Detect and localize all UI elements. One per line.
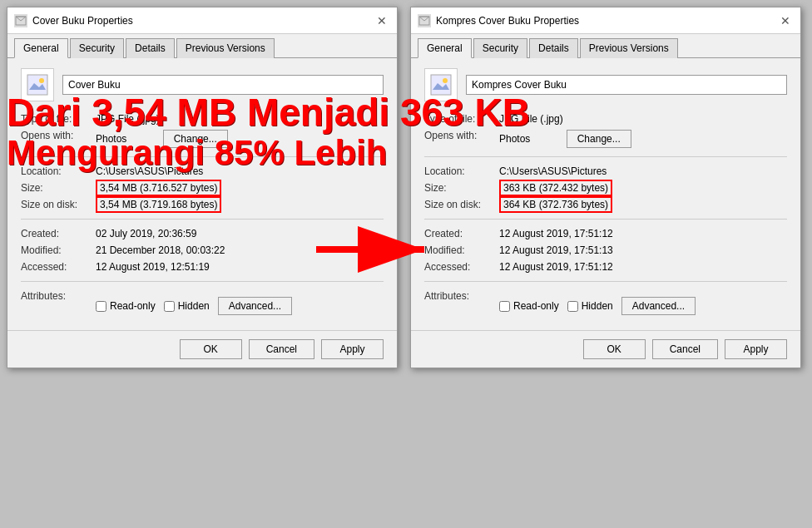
left-size-on-disk-label: Size on disk: <box>21 199 96 210</box>
left-dialog: Cover Buku Properties ✕ General Security… <box>7 7 398 368</box>
right-hidden-label[interactable]: Hidden <box>567 300 613 312</box>
right-tabs: General Security Details Previous Versio… <box>411 34 800 58</box>
left-cancel-button[interactable]: Cancel <box>249 339 314 359</box>
left-apply-button[interactable]: Apply <box>321 339 384 359</box>
right-modified-row: Modified: 12 August 2019, 17:51:13 <box>424 244 787 256</box>
left-opens-label: Opens with: <box>21 130 96 141</box>
left-modified-row: Modified: 21 December 2018, 00:03:22 <box>21 244 384 256</box>
svg-rect-2 <box>27 75 47 95</box>
left-file-icon <box>21 68 54 101</box>
left-tab-security[interactable]: Security <box>70 38 124 58</box>
left-opens-value: Photos Change... <box>96 130 384 148</box>
left-file-header <box>21 68 384 101</box>
right-type-value: JPG File (.jpg) <box>499 113 787 125</box>
left-accessed-label: Accessed: <box>21 261 96 273</box>
left-advanced-button[interactable]: Advanced... <box>218 297 292 315</box>
left-close-button[interactable]: ✕ <box>374 12 390 29</box>
left-ok-button[interactable]: OK <box>180 339 242 359</box>
right-modified-value: 12 August 2019, 17:51:13 <box>499 244 787 256</box>
left-attributes-label: Attributes: <box>21 290 96 302</box>
left-readonly-checkbox[interactable] <box>96 301 106 312</box>
left-modified-value: 21 December 2018, 00:03:22 <box>96 244 384 256</box>
right-attributes-label: Attributes: <box>424 290 499 302</box>
right-opens-label: Opens with: <box>424 130 499 141</box>
left-created-label: Created: <box>21 228 96 239</box>
right-title-icon <box>418 14 431 27</box>
right-created-value: 12 August 2019, 17:51:12 <box>499 228 787 239</box>
right-apply-button[interactable]: Apply <box>725 339 787 359</box>
right-readonly-checkbox[interactable] <box>499 301 510 312</box>
right-size-value: 363 KB (372.432 bytes) <box>499 182 787 194</box>
right-location-row: Location: C:\Users\ASUS\Pictures <box>424 165 787 177</box>
right-created-row: Created: 12 August 2019, 17:51:12 <box>424 228 787 239</box>
right-file-header <box>424 68 787 101</box>
right-attributes-row: Attributes: Read-only Hidden Advanced... <box>424 290 787 315</box>
left-hidden-label[interactable]: Hidden <box>164 300 210 312</box>
right-type-label: Type of file: <box>424 113 499 125</box>
left-footer: OK Cancel Apply <box>7 330 397 368</box>
right-file-name-input[interactable] <box>466 75 787 95</box>
left-type-label: Type of file: <box>21 113 96 125</box>
left-tabs: General Security Details Previous Versio… <box>7 34 397 58</box>
right-size-on-disk-row: Size on disk: 364 KB (372.736 bytes) <box>424 199 787 210</box>
right-size-row: Size: 363 KB (372.432 bytes) <box>424 182 787 194</box>
left-attributes-controls: Read-only Hidden Advanced... <box>96 297 292 315</box>
left-tab-general[interactable]: General <box>14 38 68 58</box>
right-close-button[interactable]: ✕ <box>777 12 794 29</box>
right-location-value: C:\Users\ASUS\Pictures <box>499 165 787 177</box>
right-tab-previous-versions[interactable]: Previous Versions <box>580 38 678 58</box>
left-size-row: Size: 3,54 MB (3.716.527 bytes) <box>21 182 384 194</box>
left-created-row: Created: 02 July 2019, 20:36:59 <box>21 228 384 239</box>
right-footer: OK Cancel Apply <box>411 330 800 368</box>
right-change-button[interactable]: Change... <box>567 130 631 148</box>
left-modified-label: Modified: <box>21 244 96 256</box>
right-content: Type of file: JPG File (.jpg) Opens with… <box>411 58 800 330</box>
svg-point-4 <box>39 78 44 83</box>
left-hidden-checkbox[interactable] <box>164 301 175 312</box>
left-size-value: 3,54 MB (3.716.527 bytes) <box>96 182 384 194</box>
right-tab-security[interactable]: Security <box>473 38 527 58</box>
svg-point-9 <box>443 78 448 83</box>
right-hidden-checkbox[interactable] <box>567 301 578 312</box>
left-tab-previous-versions[interactable]: Previous Versions <box>176 38 275 58</box>
right-ok-button[interactable]: OK <box>583 339 646 359</box>
left-location-row: Location: C:\Users\ASUS\Pictures <box>21 165 384 177</box>
right-accessed-value: 12 August 2019, 17:51:12 <box>499 261 787 273</box>
left-change-button[interactable]: Change... <box>163 130 228 148</box>
left-content: Type of file: JPG File (.jpg) Opens with… <box>7 58 397 330</box>
left-size-on-disk-row: Size on disk: 3,54 MB (3.719.168 bytes) <box>21 199 384 210</box>
right-size-label: Size: <box>424 182 499 194</box>
right-advanced-button[interactable]: Advanced... <box>621 297 696 315</box>
right-attributes-controls: Read-only Hidden Advanced... <box>499 297 696 315</box>
left-dialog-title: Cover Buku Properties <box>32 15 133 27</box>
right-opens-row: Opens with: Photos Change... <box>424 130 787 148</box>
svg-rect-7 <box>431 75 451 95</box>
left-size-on-disk-value: 3,54 MB (3.719.168 bytes) <box>96 199 384 210</box>
right-dialog: Kompres Cover Buku Properties ✕ General … <box>410 7 801 368</box>
right-accessed-row: Accessed: 12 August 2019, 17:51:12 <box>424 261 787 273</box>
right-modified-label: Modified: <box>424 244 499 256</box>
left-attributes-row: Attributes: Read-only Hidden Advanced... <box>21 290 384 315</box>
right-tab-general[interactable]: General <box>418 38 472 58</box>
left-type-row: Type of file: JPG File (.jpg) <box>21 113 384 125</box>
left-created-value: 02 July 2019, 20:36:59 <box>96 228 384 239</box>
left-title-bar: Cover Buku Properties ✕ <box>7 7 397 34</box>
right-readonly-label[interactable]: Read-only <box>499 300 559 312</box>
right-cancel-button[interactable]: Cancel <box>652 339 718 359</box>
right-type-row: Type of file: JPG File (.jpg) <box>424 113 787 125</box>
right-size-on-disk-value: 364 KB (372.736 bytes) <box>499 199 787 210</box>
right-opens-value: Photos Change... <box>499 130 787 148</box>
left-location-value: C:\Users\ASUS\Pictures <box>96 165 384 177</box>
right-file-icon <box>424 68 458 101</box>
left-title-icon <box>14 14 27 27</box>
right-tab-details[interactable]: Details <box>529 38 578 58</box>
right-title-bar: Kompres Cover Buku Properties ✕ <box>411 7 800 34</box>
left-file-name-input[interactable] <box>62 75 384 95</box>
left-location-label: Location: <box>21 165 96 177</box>
left-tab-details[interactable]: Details <box>126 38 175 58</box>
right-dialog-title: Kompres Cover Buku Properties <box>436 15 579 27</box>
right-created-label: Created: <box>424 228 499 239</box>
left-readonly-label[interactable]: Read-only <box>96 300 156 312</box>
right-size-on-disk-label: Size on disk: <box>424 199 499 210</box>
left-accessed-value: 12 August 2019, 12:51:19 <box>96 261 384 273</box>
